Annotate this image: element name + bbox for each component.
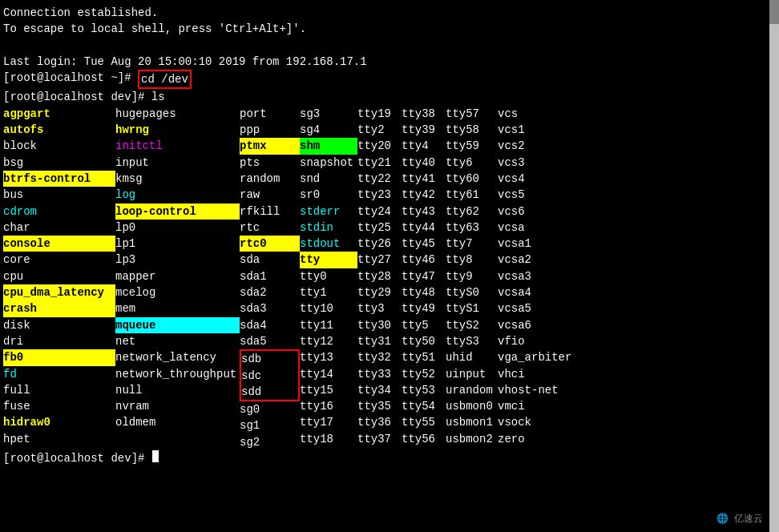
item-hidraw0: hidraw0 [3,414,115,430]
item-crash: crash [3,300,115,316]
item-input: input [115,155,240,171]
item-uhid: uhid [446,349,498,365]
item-tty35: tty35 [357,398,402,414]
item-cdrom: cdrom [3,204,115,220]
item-network-throughput: network_throughput [115,366,240,382]
item-fuse: fuse [3,398,115,414]
item-nvram: nvram [115,398,240,414]
item-vcsa1: vcsa1 [498,236,571,252]
item-tty17: tty17 [300,414,357,430]
item-port: port [240,106,300,122]
item-network-latency: network_latency [115,349,240,365]
header-line-cmd2: [root@localhost dev]# ls [3,89,776,105]
col-5: tty19 tty2 tty20 tty21 tty22 tty23 tty24… [357,106,402,450]
item-snapshot: snapshot [300,155,357,171]
item-vga-arbiter: vga_arbiter [498,349,571,365]
item-char: char [3,220,115,236]
cursor [152,450,159,462]
item-sg0: sg0 [240,401,300,417]
sdb-sdd-group: sdb sdc sdd [240,349,300,401]
item-tty5: tty5 [402,317,446,333]
item-mem: mem [115,300,240,316]
header-line-blank [3,38,776,54]
footer-prompt-line: [root@localhost dev]# [3,450,776,466]
item-tty14: tty14 [300,366,357,382]
header-line-cmd1: [root@localhost ~]# cd /dev [3,70,776,89]
item-bsg: bsg [3,155,115,171]
terminal: Connection established. To escape to loc… [0,0,779,532]
item-random: random [240,171,300,187]
item-vcs4: vcs4 [498,171,571,187]
item-shm: shm [300,138,357,154]
item-tty52: tty52 [402,366,446,382]
prompt-2: [root@localhost dev]# ls [3,89,165,105]
col-6: tty38 tty39 tty4 tty40 tty41 tty42 tty43… [402,106,446,450]
item-null: null [115,382,240,398]
item-tty58: tty58 [446,122,498,138]
item-oldmem: oldmem [115,414,240,430]
item-stdout: stdout [300,236,357,252]
scrollbar-thumb[interactable] [769,0,779,24]
scrollbar[interactable] [769,0,779,532]
item-raw: raw [240,187,300,203]
item-hwrng: hwrng [115,122,240,138]
item-fb0: fb0 [3,349,115,365]
item-tty46: tty46 [402,252,446,268]
item-tty23: tty23 [357,187,402,203]
item-core: core [3,252,115,268]
item-vcsa5: vcsa5 [498,300,571,316]
item-tty21: tty21 [357,155,402,171]
item-vhost-net: vhost-net [498,382,571,398]
item-tty63: tty63 [446,220,498,236]
item-tty10: tty10 [300,300,357,316]
item-tty55: tty55 [402,414,446,430]
col-4: sg3 sg4 shm snapshot snd sr0 stderr stdi… [300,106,357,450]
item-tty47: tty47 [402,268,446,284]
item-sda4: sda4 [240,317,300,333]
item-tty41: tty41 [402,171,446,187]
item-tty18: tty18 [300,431,357,447]
item-vcs5: vcs5 [498,187,571,203]
item-hpet: hpet [3,431,115,447]
item-autofs: autofs [3,122,115,138]
item-tty34: tty34 [357,382,402,398]
item-usbmon0: usbmon0 [446,398,498,414]
item-tty51: tty51 [402,349,446,365]
item-urandom: urandom [446,382,498,398]
item-tty27: tty27 [357,252,402,268]
item-sda3: sda3 [240,300,300,316]
item-mqueue: mqueue [115,317,240,333]
item-rtc: rtc [240,220,300,236]
item-tty11: tty11 [300,317,357,333]
item-ttyS2: ttyS2 [446,317,498,333]
col-8: vcs vcs1 vcs2 vcs3 vcs4 vcs5 vcs6 vcsa v… [498,106,571,450]
item-vcs1: vcs1 [498,122,571,138]
item-tty0: tty0 [300,268,357,284]
item-sda: sda [240,252,300,268]
watermark: 🌐 亿速云 [716,512,763,526]
item-cpu-dma-latency: cpu_dma_latency [3,284,115,300]
item-tty13: tty13 [300,349,357,365]
footer-prompt: [root@localhost dev]# [3,450,151,466]
item-sr0: sr0 [300,187,357,203]
item-tty30: tty30 [357,317,402,333]
item-pts: pts [240,155,300,171]
item-tty20: tty20 [357,138,402,154]
item-sg2: sg2 [240,434,300,450]
item-tty53: tty53 [402,382,446,398]
item-rtc0: rtc0 [240,236,300,252]
item-stderr: stderr [300,204,357,220]
item-vcsa3: vcsa3 [498,268,571,284]
item-mapper: mapper [115,268,240,284]
item-tty22: tty22 [357,171,402,187]
item-vhci: vhci [498,366,571,382]
item-ttyS3: ttyS3 [446,333,498,349]
header-line-2: To escape to local shell, press 'Ctrl+Al… [3,21,776,37]
header-line-1: Connection established. [3,5,776,21]
item-tty19: tty19 [357,106,402,122]
item-fd: fd [3,366,115,382]
item-tty15: tty15 [300,382,357,398]
item-tty38: tty38 [402,106,446,122]
item-tty33: tty33 [357,366,402,382]
item-full: full [3,382,115,398]
